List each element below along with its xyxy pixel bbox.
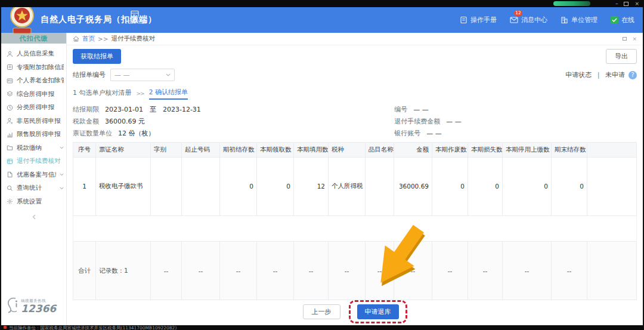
restore-icon[interactable] bbox=[624, 2, 628, 6]
total-cell: -- bbox=[468, 242, 503, 300]
layers-icon bbox=[7, 91, 13, 97]
step-2[interactable]: 2 确认结报单 bbox=[149, 88, 188, 100]
ledger-icon bbox=[7, 158, 13, 165]
total-cell: -- bbox=[366, 242, 394, 300]
previous-step-button[interactable]: 上一步 bbox=[303, 304, 340, 319]
module-close-icon[interactable]: × bbox=[632, 36, 637, 42]
ticket-qty-label: 票证数量单位 bbox=[73, 129, 112, 138]
table-cell bbox=[151, 158, 182, 216]
tab-withholding[interactable]: 代扣代缴 bbox=[118, 8, 151, 25]
progress-pill bbox=[553, 1, 590, 6]
online-icon bbox=[611, 16, 618, 24]
sidebar-item-nonresident-income[interactable]: 非居民所得申报 bbox=[1, 115, 66, 128]
table-cell: 0 bbox=[220, 158, 257, 216]
nav-message-center[interactable]: 12 消息中心 bbox=[510, 16, 547, 24]
table-header-row: 序号 票证名称 字别 起止号码 期初结存数 本期领取数 本期填用数 税种 品目名… bbox=[73, 143, 637, 158]
table-row[interactable]: 1 税收电子缴款书 0 0 12 个人所得税 36000.69 0 bbox=[73, 158, 637, 216]
fee-amount-value: — — bbox=[446, 118, 462, 125]
total-cell: -- bbox=[220, 242, 257, 300]
document-icon bbox=[7, 171, 13, 178]
table-cell: 0 bbox=[432, 158, 468, 216]
status-divider: ｜ bbox=[595, 70, 602, 79]
chevron-down-icon bbox=[60, 187, 64, 190]
home-icon bbox=[73, 36, 79, 42]
tax-amount-value: 36000.69 元 bbox=[105, 117, 145, 126]
step-1[interactable]: 1 勾选单户核对清册 bbox=[73, 88, 132, 99]
highlight-dashed-box: 申请退库 bbox=[349, 300, 407, 323]
tax-emblem-logo bbox=[8, 3, 36, 34]
sidebar-item-refund-fee-check[interactable]: 退付手续费核对 bbox=[1, 155, 66, 168]
total-cell: -- bbox=[257, 242, 294, 300]
person-icon bbox=[7, 51, 13, 57]
column-header: 本期停用上缴数 bbox=[503, 143, 552, 158]
total-cell: -- bbox=[394, 242, 432, 300]
sidebar-header: 代扣代缴 bbox=[1, 33, 66, 44]
sidebar-item-pension-deduction[interactable]: 个人养老金扣除管理 bbox=[1, 74, 66, 88]
breadcrumb: 首页 >> 退付手续费核对 × bbox=[67, 33, 643, 45]
folder-icon bbox=[7, 144, 13, 151]
bar-chart-icon bbox=[7, 131, 13, 138]
table-cell: 1 bbox=[73, 158, 96, 216]
total-cell: -- bbox=[503, 242, 552, 300]
sidebar-item-restricted-stock[interactable]: 限售股所得申报 bbox=[1, 128, 66, 141]
sidebar-item-tax-payment[interactable]: 税款缴纳 bbox=[1, 141, 66, 155]
nav-online-status[interactable]: 在线 bbox=[611, 16, 634, 24]
sidebar-item-personnel-info[interactable]: 人员信息采集 bbox=[1, 47, 66, 61]
app-window: – × 自然人电子税务局（扣缴端） 代扣代缴 操作手册 bbox=[0, 0, 644, 330]
column-header: 期初结存数 bbox=[220, 143, 257, 158]
table-cell: 0 bbox=[503, 158, 552, 216]
column-header: 字别 bbox=[151, 143, 182, 158]
chevron-down-icon bbox=[60, 146, 64, 149]
column-header: 起止号码 bbox=[182, 143, 220, 158]
table-total-row: 合计 记录数：1 -- -- -- -- -- -- -- -- -- bbox=[73, 242, 637, 300]
total-cell: -- bbox=[182, 242, 220, 300]
sidebar-item-classified-income[interactable]: 分类所得申报 bbox=[1, 101, 66, 115]
column-header: 票证名称 bbox=[96, 143, 151, 158]
sidebar-item-comprehensive-income[interactable]: 综合所得申报 bbox=[1, 88, 66, 101]
get-statement-button[interactable]: 获取结报单 bbox=[73, 49, 121, 64]
number-value: — — bbox=[413, 106, 429, 113]
nav-org-management[interactable]: 单位管理 bbox=[561, 16, 597, 24]
bank-account-value: — — bbox=[426, 129, 442, 137]
apply-refund-button[interactable]: 申请退库 bbox=[357, 304, 399, 319]
hotline-number: 12366 bbox=[21, 303, 56, 314]
minimize-icon[interactable]: – bbox=[615, 1, 618, 7]
table-cell: 0 bbox=[468, 158, 503, 216]
table-empty-area bbox=[73, 215, 637, 241]
fee-amount-label: 退付手续费金额 bbox=[394, 117, 440, 126]
total-count: 记录数：1 bbox=[96, 242, 151, 300]
table-cell: 个人所得税 bbox=[329, 158, 366, 216]
table-cell bbox=[182, 158, 220, 216]
total-label: 合计 bbox=[73, 242, 96, 300]
withholding-tab-icon bbox=[130, 10, 140, 18]
total-cell: -- bbox=[151, 242, 182, 300]
column-header: 品目名称 bbox=[366, 143, 394, 158]
period-value: 2023-01-01 至 2023-12-31 bbox=[105, 105, 201, 114]
table-cell-filler bbox=[587, 158, 637, 216]
help-icon[interactable]: ? bbox=[628, 71, 637, 79]
alert-icon bbox=[4, 326, 7, 329]
ticket-qty-value: 12 份（枚） bbox=[118, 129, 155, 138]
sidebar-item-preference-filing[interactable]: 优惠备案与信息报送 bbox=[1, 168, 66, 182]
sidebar-item-system-settings[interactable]: 系统设置 bbox=[1, 195, 66, 209]
export-button[interactable]: 导出 bbox=[606, 49, 637, 64]
total-cell: -- bbox=[329, 242, 366, 300]
module-restore-icon[interactable] bbox=[623, 37, 627, 41]
tax-amount-label: 税款金额 bbox=[73, 117, 99, 126]
nav-manual[interactable]: 操作手册 bbox=[460, 16, 497, 24]
top-strip: – × bbox=[0, 0, 644, 7]
column-header-filler bbox=[587, 143, 637, 158]
sidebar-item-query-statistics[interactable]: 查询统计 bbox=[1, 181, 66, 195]
table-cell: 0 bbox=[552, 158, 587, 216]
hotline-logo: 纳税服务热线 12366 bbox=[6, 297, 56, 314]
statement-no-select[interactable]: — — bbox=[110, 69, 175, 81]
sidebar-collapse-button[interactable] bbox=[1, 211, 66, 222]
sidebar-item-special-deduction[interactable]: 专项附加扣除信息采集 bbox=[1, 61, 66, 75]
title-bar: 自然人电子税务局（扣缴端） 代扣代缴 操作手册 12 消息中心 bbox=[1, 7, 643, 33]
breadcrumb-home-link[interactable]: 首页 bbox=[82, 35, 95, 43]
close-icon[interactable]: × bbox=[634, 1, 639, 7]
gear-icon bbox=[7, 198, 13, 205]
total-cell-filler bbox=[587, 242, 637, 300]
table-cell: 税收电子缴款书 bbox=[96, 158, 151, 216]
status-bar: 当前操作单位：国家税务总局宣城经济技术开发区税务局(11341700MB1092… bbox=[0, 325, 644, 330]
